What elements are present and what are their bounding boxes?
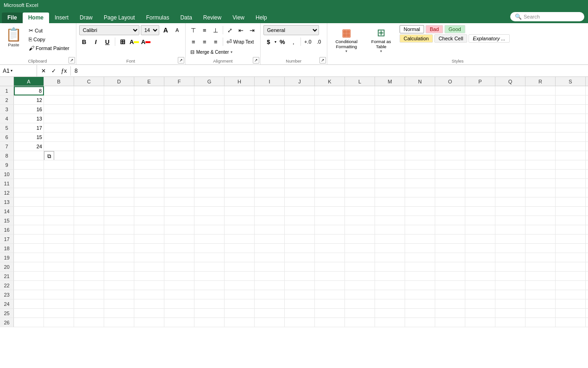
cell-M3[interactable] <box>375 105 405 114</box>
col-header-e[interactable]: E <box>134 77 164 86</box>
decrease-font-button[interactable]: A <box>172 25 182 35</box>
cell-N15[interactable] <box>405 216 435 225</box>
text-direction-button[interactable]: ⤢ <box>225 25 235 35</box>
cell-R26[interactable] <box>525 318 556 327</box>
cell-F5[interactable] <box>164 123 194 133</box>
cell-I25[interactable] <box>255 309 285 318</box>
cell-J26[interactable] <box>285 318 315 327</box>
cell-K7[interactable] <box>315 142 345 151</box>
cell-L9[interactable] <box>345 160 375 170</box>
cell-J13[interactable] <box>285 197 315 207</box>
cell-M14[interactable] <box>375 207 405 216</box>
cell-F1[interactable] <box>164 86 194 95</box>
cell-F3[interactable] <box>164 105 194 114</box>
cell-T26[interactable] <box>586 318 588 327</box>
cell-I19[interactable] <box>255 253 285 262</box>
cell-D16[interactable] <box>104 225 134 235</box>
cell-H18[interactable] <box>225 244 255 253</box>
cell-B9[interactable] <box>44 160 74 170</box>
cell-H13[interactable] <box>225 197 255 207</box>
cell-Q18[interactable] <box>495 244 525 253</box>
cell-O9[interactable] <box>435 160 465 170</box>
cell-N11[interactable] <box>405 179 435 188</box>
cell-C15[interactable] <box>74 216 104 225</box>
cell-Q3[interactable] <box>495 105 525 114</box>
cell-P14[interactable] <box>465 207 495 216</box>
col-header-f[interactable]: F <box>164 77 194 86</box>
cell-L2[interactable] <box>345 95 375 105</box>
cell-P11[interactable] <box>465 179 495 188</box>
cell-D9[interactable] <box>104 160 134 170</box>
cell-A17[interactable] <box>14 235 44 244</box>
cell-L10[interactable] <box>345 170 375 179</box>
cell-G25[interactable] <box>194 309 225 318</box>
cell-S6[interactable] <box>556 133 586 142</box>
row-num-6[interactable]: 6 <box>0 133 14 142</box>
cell-B13[interactable] <box>44 197 74 207</box>
cell-T25[interactable] <box>586 309 588 318</box>
cell-R12[interactable] <box>525 188 556 197</box>
format-table-button[interactable]: ⊞ Format as Table ▾ <box>365 25 398 55</box>
indent-increase-button[interactable]: ⇥ <box>247 25 257 35</box>
align-right-button[interactable]: ≡ <box>211 37 221 47</box>
row-num-16[interactable]: 16 <box>0 225 14 235</box>
cell-A14[interactable] <box>14 207 44 216</box>
cell-S22[interactable] <box>556 281 586 290</box>
cell-B11[interactable] <box>44 179 74 188</box>
cell-T17[interactable] <box>586 235 588 244</box>
cell-N3[interactable] <box>405 105 435 114</box>
col-header-s[interactable]: S <box>556 77 586 86</box>
cell-E5[interactable] <box>134 123 164 133</box>
cell-M1[interactable] <box>375 86 405 95</box>
cell-L15[interactable] <box>345 216 375 225</box>
cell-S21[interactable] <box>556 272 586 281</box>
col-header-p[interactable]: P <box>465 77 495 86</box>
italic-button[interactable]: I <box>91 37 101 47</box>
row-num-7[interactable]: 7 <box>0 142 14 151</box>
cell-I16[interactable] <box>255 225 285 235</box>
cell-D6[interactable] <box>104 133 134 142</box>
row-num-9[interactable]: 9 <box>0 160 14 170</box>
cell-M9[interactable] <box>375 160 405 170</box>
cell-T9[interactable] <box>586 160 588 170</box>
cell-O2[interactable] <box>435 95 465 105</box>
cell-S3[interactable] <box>556 105 586 114</box>
cell-S18[interactable] <box>556 244 586 253</box>
cell-H23[interactable] <box>225 290 255 299</box>
cell-T7[interactable] <box>586 142 588 151</box>
cell-C17[interactable] <box>74 235 104 244</box>
cell-T4[interactable] <box>586 114 588 123</box>
cell-K1[interactable] <box>315 86 345 95</box>
cell-R11[interactable] <box>525 179 556 188</box>
col-header-k[interactable]: K <box>315 77 345 86</box>
cell-E2[interactable] <box>134 95 164 105</box>
merge-center-button[interactable]: ⊟ Merge & Center ▾ <box>188 48 235 56</box>
cell-G5[interactable] <box>194 123 225 133</box>
cell-G8[interactable] <box>194 151 225 160</box>
cell-E16[interactable] <box>134 225 164 235</box>
cell-K11[interactable] <box>315 179 345 188</box>
cell-C9[interactable] <box>74 160 104 170</box>
cell-R2[interactable] <box>525 95 556 105</box>
cell-J21[interactable] <box>285 272 315 281</box>
cell-L5[interactable] <box>345 123 375 133</box>
tab-page-layout[interactable]: Page Layout <box>98 13 140 23</box>
cell-I11[interactable] <box>255 179 285 188</box>
cell-M4[interactable] <box>375 114 405 123</box>
cell-N19[interactable] <box>405 253 435 262</box>
row-num-21[interactable]: 21 <box>0 272 14 281</box>
cell-F15[interactable] <box>164 216 194 225</box>
cell-T20[interactable] <box>586 262 588 272</box>
row-num-22[interactable]: 22 <box>0 281 14 290</box>
style-normal-button[interactable]: Normal <box>400 25 424 33</box>
cell-P4[interactable] <box>465 114 495 123</box>
cell-R7[interactable] <box>525 142 556 151</box>
cell-K21[interactable] <box>315 272 345 281</box>
cell-A1[interactable]: 8 <box>14 86 44 95</box>
tab-help[interactable]: Help <box>250 13 273 23</box>
cell-B3[interactable] <box>44 105 74 114</box>
cell-I2[interactable] <box>255 95 285 105</box>
tab-view[interactable]: View <box>227 13 250 23</box>
cell-F22[interactable] <box>164 281 194 290</box>
cell-I3[interactable] <box>255 105 285 114</box>
